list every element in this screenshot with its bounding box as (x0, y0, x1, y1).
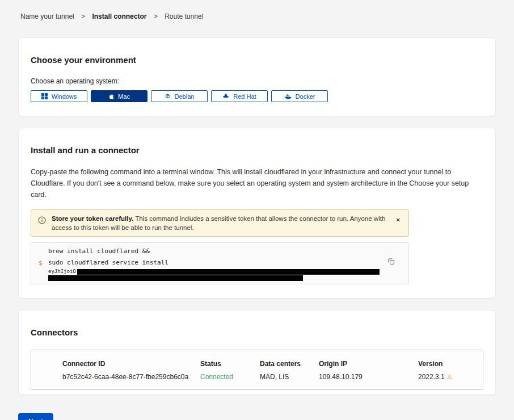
install-command-codeblock: $ brew install cloudflared && sudo cloud… (31, 242, 409, 284)
header-status: Status (200, 360, 260, 368)
code-line-2: sudo cloudflared service install (48, 257, 386, 268)
breadcrumb-separator: > (81, 12, 85, 20)
environment-card-title: Choose your environment (31, 55, 483, 65)
os-select-label: Choose an operating system: (31, 77, 483, 85)
next-button[interactable]: Next (18, 413, 53, 420)
breadcrumb-separator: > (154, 12, 158, 20)
version-warning-icon: ⚠ (447, 373, 453, 380)
column-status: Status Connected (200, 360, 260, 381)
header-connector-id: Connector ID (62, 360, 200, 368)
os-button-group: Windows Mac Debian Red Hat (31, 90, 483, 102)
os-button-docker[interactable]: Docker (271, 90, 328, 102)
status-badge: Connected (200, 373, 260, 381)
token-warning-banner: Store your token carefully.This command … (31, 209, 409, 237)
environment-card: Choose your environment Choose an operat… (18, 37, 496, 116)
column-data-centers: Data centers MAD, LIS (260, 360, 319, 381)
docker-icon (284, 94, 292, 99)
connectors-table: Connector ID b7c52c42-6caa-48ee-8c77-fbe… (31, 350, 483, 390)
warning-bold-text: Store your token carefully. (52, 215, 133, 222)
breadcrumb: Name your tunnel > Install connector > R… (20, 12, 496, 20)
connector-id-value: b7c52c42-6caa-48ee-8c77-fbe259cb6c0a (62, 373, 200, 381)
copy-command-button[interactable] (387, 258, 395, 265)
breadcrumb-route-tunnel[interactable]: Route tunnel (165, 12, 203, 20)
redacted-token-bar (48, 275, 303, 281)
os-button-label: Windows (52, 93, 77, 100)
token-prefix: eyJhIjoiO (48, 268, 76, 274)
os-button-label: Red Hat (233, 93, 256, 100)
breadcrumb-install-connector[interactable]: Install connector (92, 12, 146, 20)
os-button-label: Docker (296, 93, 315, 100)
redacted-token-bar (77, 269, 380, 275)
shell-prompt: $ (39, 259, 43, 267)
os-button-label: Debian (175, 93, 195, 100)
token-line: eyJhIjoiO (48, 268, 386, 275)
install-instructions: Copy-paste the following command into a … (31, 166, 483, 200)
column-origin-ip: Origin IP 109.48.10.179 (319, 360, 418, 381)
version-number: 2022.3.1 (418, 373, 445, 381)
warning-text: Store your token carefully.This command … (52, 214, 389, 232)
tunnel-setup-page: Name your tunnel > Install connector > R… (0, 0, 514, 420)
breadcrumb-name-your-tunnel[interactable]: Name your tunnel (20, 12, 74, 20)
os-button-redhat[interactable]: Red Hat (211, 90, 268, 102)
apple-icon (108, 93, 114, 100)
os-button-debian[interactable]: Debian (151, 90, 208, 102)
header-version: Version (418, 360, 483, 368)
version-value: 2022.3.1⚠ (418, 373, 483, 381)
copy-icon (387, 258, 395, 267)
install-connector-title: Install and run a connector (31, 145, 483, 155)
connectors-card: Connectors Connector ID b7c52c42-6caa-48… (18, 310, 496, 395)
os-button-mac[interactable]: Mac (91, 90, 148, 102)
install-connector-card: Install and run a connector Copy-paste t… (18, 128, 496, 299)
origin-ip-value: 109.48.10.179 (319, 373, 418, 381)
debian-icon (165, 93, 171, 99)
column-connector-id: Connector ID b7c52c42-6caa-48ee-8c77-fbe… (62, 360, 200, 381)
header-data-centers: Data centers (260, 360, 319, 368)
header-origin-ip: Origin IP (319, 360, 418, 368)
os-button-windows[interactable]: Windows (31, 90, 87, 102)
info-icon (38, 216, 46, 224)
code-line-1: brew install cloudflared && (48, 246, 386, 257)
data-centers-value: MAD, LIS (260, 373, 319, 381)
os-button-label: Mac (118, 93, 130, 100)
column-version: Version 2022.3.1⚠ (418, 360, 483, 381)
redhat-icon (222, 94, 229, 99)
connectors-title: Connectors (31, 327, 483, 337)
windows-icon (41, 93, 48, 99)
close-icon[interactable]: ✕ (395, 216, 402, 224)
token-line (48, 275, 386, 281)
